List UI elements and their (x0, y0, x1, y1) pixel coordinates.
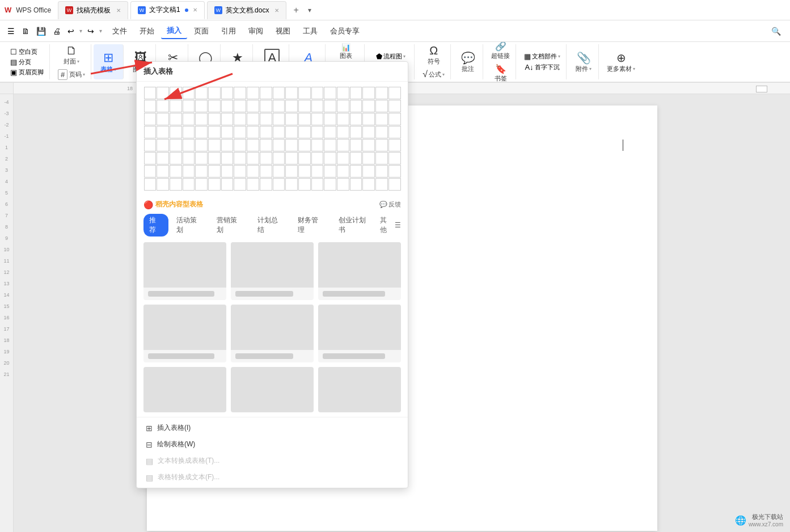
grid-cell-4-15[interactable] (337, 139, 349, 151)
grid-cell-7-11[interactable] (285, 178, 298, 191)
grid-cell-3-12[interactable] (298, 126, 311, 138)
grid-cell-7-3[interactable] (183, 178, 195, 191)
grid-cell-0-6[interactable] (221, 87, 234, 99)
grid-cell-7-14[interactable] (324, 178, 336, 191)
grid-cell-6-10[interactable] (273, 165, 285, 178)
grid-cell-0-4[interactable] (195, 87, 208, 99)
grid-cell-5-16[interactable] (350, 152, 362, 164)
grid-cell-2-17[interactable] (362, 113, 375, 125)
icon-undo[interactable]: ↩ (65, 25, 77, 37)
grid-cell-2-19[interactable] (388, 113, 401, 125)
grid-cell-4-18[interactable] (375, 139, 388, 151)
more-tabs-button[interactable]: ▾ (306, 4, 314, 16)
grid-cell-2-16[interactable] (350, 113, 362, 125)
grid-cell-5-12[interactable] (298, 152, 311, 164)
grid-cell-7-15[interactable] (337, 178, 349, 191)
grid-cell-4-19[interactable] (388, 139, 401, 151)
more-media-button[interactable]: ⊕ 更多素材 ▾ (605, 50, 637, 74)
template-card-3[interactable] (318, 242, 401, 300)
grid-cell-2-3[interactable] (183, 113, 195, 125)
grid-cell-1-9[interactable] (260, 100, 272, 112)
tab-doc2-close[interactable]: ✕ (274, 7, 279, 14)
grid-cell-4-0[interactable] (144, 139, 157, 151)
grid-cell-1-7[interactable] (234, 100, 246, 112)
grid-cell-7-7[interactable] (234, 178, 246, 191)
grid-cell-2-2[interactable] (170, 113, 182, 125)
split-page-button[interactable]: ▤ 分页 (8, 57, 46, 67)
grid-cell-5-19[interactable] (388, 152, 401, 164)
menu-item-home[interactable]: 开始 (134, 24, 160, 39)
grid-cell-0-17[interactable] (362, 87, 375, 99)
grid-cell-0-7[interactable] (234, 87, 246, 99)
header-footer-button[interactable]: ▣ 页眉页脚 (8, 67, 46, 77)
grid-cell-4-13[interactable] (311, 139, 324, 151)
template-card-4[interactable] (143, 305, 226, 362)
grid-cell-5-3[interactable] (183, 152, 195, 164)
grid-cell-2-5[interactable] (208, 113, 221, 125)
grid-cell-1-2[interactable] (170, 100, 182, 112)
grid-cell-5-11[interactable] (285, 152, 298, 164)
grid-cell-6-15[interactable] (337, 165, 349, 178)
grid-cell-6-18[interactable] (375, 165, 388, 178)
grid-cell-0-10[interactable] (273, 87, 285, 99)
grid-cell-0-8[interactable] (247, 87, 259, 99)
grid-cell-4-4[interactable] (195, 139, 208, 151)
grid-cell-4-8[interactable] (247, 139, 259, 151)
grid-cell-6-7[interactable] (234, 165, 246, 178)
grid-cell-2-10[interactable] (273, 113, 285, 125)
grid-cell-3-10[interactable] (273, 126, 285, 138)
tab-template-close[interactable]: ✕ (116, 7, 121, 14)
menu-item-view[interactable]: 视图 (270, 24, 296, 39)
grid-cell-0-19[interactable] (388, 87, 401, 99)
grid-cell-4-10[interactable] (273, 139, 285, 151)
attachment-button[interactable]: 📎 附件 ▾ (572, 50, 595, 74)
grid-cell-1-13[interactable] (311, 100, 324, 112)
grid-cell-1-19[interactable] (388, 100, 401, 112)
grid-cell-0-11[interactable] (285, 87, 298, 99)
grid-cell-5-4[interactable] (195, 152, 208, 164)
grid-cell-4-14[interactable] (324, 139, 336, 151)
grid-cell-5-1[interactable] (157, 152, 169, 164)
grid-cell-5-18[interactable] (375, 152, 388, 164)
grid-cell-3-18[interactable] (375, 126, 388, 138)
grid-cell-1-18[interactable] (375, 100, 388, 112)
grid-cell-3-3[interactable] (183, 126, 195, 138)
grid-cell-6-19[interactable] (388, 165, 401, 178)
grid-cell-7-17[interactable] (362, 178, 375, 191)
grid-cell-0-16[interactable] (350, 87, 362, 99)
tab-doc2[interactable]: W 英文文档.docx ✕ (207, 1, 287, 19)
cover-button[interactable]: 🗋 封面 ▾ (60, 43, 83, 67)
grid-cell-5-15[interactable] (337, 152, 349, 164)
grid-cell-1-15[interactable] (337, 100, 349, 112)
tab-activity[interactable]: 活动策划 (171, 214, 209, 237)
grid-cell-1-0[interactable] (144, 100, 157, 112)
chart-button[interactable]: 📊 图表 (335, 42, 357, 61)
template-card-1[interactable] (143, 242, 226, 300)
menu-item-insert[interactable]: 插入 (161, 23, 187, 39)
grid-cell-0-12[interactable] (298, 87, 311, 99)
grid-cell-7-4[interactable] (195, 178, 208, 191)
tab-template[interactable]: W 找稿壳模板 ✕ (58, 1, 128, 19)
add-tab-button[interactable]: + (289, 3, 303, 18)
grid-cell-1-14[interactable] (324, 100, 336, 112)
comment-button[interactable]: 💬 批注 (457, 50, 479, 74)
grid-cell-6-14[interactable] (324, 165, 336, 178)
grid-cell-7-10[interactable] (273, 178, 285, 191)
grid-cell-0-18[interactable] (375, 87, 388, 99)
grid-cell-2-4[interactable] (195, 113, 208, 125)
template-card-2[interactable] (231, 242, 314, 300)
grid-cell-6-3[interactable] (183, 165, 195, 178)
grid-cell-1-11[interactable] (285, 100, 298, 112)
symbol-button[interactable]: Ω 符号 (423, 43, 445, 67)
tab-marketing[interactable]: 营销策划 (211, 214, 250, 237)
icon-save[interactable]: 💾 (33, 25, 49, 37)
grid-cell-7-0[interactable] (144, 178, 157, 191)
tab-doc1[interactable]: W 文字文稿1 ✕ (130, 1, 205, 19)
grid-cell-3-16[interactable] (350, 126, 362, 138)
feedback-link[interactable]: 💬 反馈 (379, 200, 401, 209)
grid-cell-7-8[interactable] (247, 178, 259, 191)
page-num-button[interactable]: # 页码 ▾ (56, 68, 87, 81)
grid-cell-4-16[interactable] (350, 139, 362, 151)
grid-cell-3-14[interactable] (324, 126, 336, 138)
grid-cell-5-13[interactable] (311, 152, 324, 164)
